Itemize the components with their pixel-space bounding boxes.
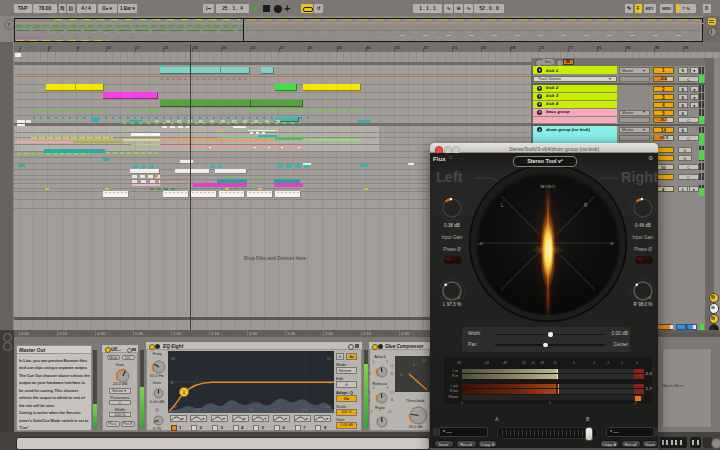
svg-text:0: 0 — [329, 381, 331, 385]
svg-text:5: 5 — [413, 362, 416, 367]
svg-text:10k: 10k — [302, 408, 308, 412]
svg-text:12: 12 — [327, 357, 331, 361]
svg-text:0: 0 — [171, 381, 173, 385]
svg-text:100: 100 — [194, 408, 200, 412]
svg-text:1k: 1k — [249, 408, 253, 412]
svg-text:3: 3 — [400, 372, 403, 377]
svg-text:-12: -12 — [326, 405, 332, 409]
svg-text:1: 1 — [183, 389, 186, 395]
svg-text:-12: -12 — [171, 405, 177, 409]
svg-text:10: 10 — [422, 358, 427, 363]
svg-text:12: 12 — [171, 357, 175, 361]
